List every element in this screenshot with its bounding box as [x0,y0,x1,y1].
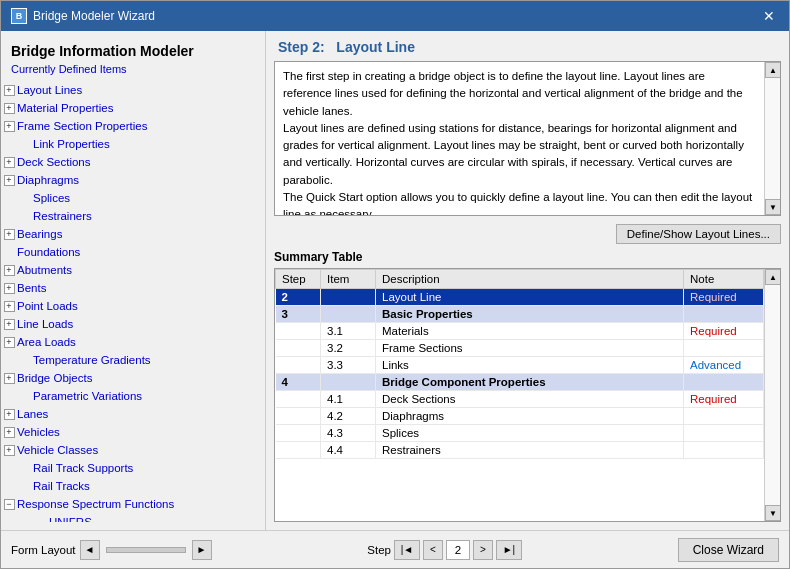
tree-item-frame-section-properties[interactable]: +Frame Section Properties [1,117,265,135]
tree-expander[interactable]: + [1,82,17,98]
tree-leaf-spacer [17,208,33,224]
tree-expander[interactable]: + [1,172,17,188]
tree-leaf-spacer [17,478,33,494]
expander-box: + [4,319,15,330]
tree-item-lanes[interactable]: +Lanes [1,405,265,423]
cell-step [276,340,321,357]
table-scroll-up-button[interactable]: ▲ [765,269,780,285]
expander-box: + [4,283,15,294]
tree-item-bridge-objects[interactable]: +Bridge Objects [1,369,265,387]
step-last-button[interactable]: ►| [496,540,522,560]
tree-expander[interactable]: + [1,100,17,116]
table-scroll-down-button[interactable]: ▼ [765,505,780,521]
table-row[interactable]: 4.3 Splices [276,425,764,442]
expander-box: + [4,103,15,114]
tree-item-parametric-variations[interactable]: Parametric Variations [1,387,265,405]
description-content: The first step in creating a bridge obje… [283,68,754,216]
header-note: Note [684,270,764,289]
tree-expander[interactable]: + [1,262,17,278]
cell-step [276,442,321,459]
tree-item-restrainers[interactable]: Restrainers [1,207,265,225]
table-row[interactable]: 3.2 Frame Sections [276,340,764,357]
step-next-button[interactable]: > [473,540,493,560]
tree-item-splices[interactable]: Splices [1,189,265,207]
tree-expander[interactable]: + [1,226,17,242]
table-row[interactable]: 4 Bridge Component Properties [276,374,764,391]
tree-item-label: Material Properties [17,102,114,114]
tree-expander[interactable]: − [1,496,17,512]
tree-item-deck-sections[interactable]: +Deck Sections [1,153,265,171]
tree-expander[interactable]: + [1,280,17,296]
tree-item-line-loads[interactable]: +Line Loads [1,315,265,333]
close-window-button[interactable]: ✕ [759,6,779,26]
panel-title: Bridge Information Modeler [1,39,265,61]
cell-note: Required [684,289,764,306]
tree-item-material-properties[interactable]: +Material Properties [1,99,265,117]
tree-item-rail-track-supports[interactable]: Rail Track Supports [1,459,265,477]
table-row[interactable]: 3 Basic Properties [276,306,764,323]
tree-item-point-loads[interactable]: +Point Loads [1,297,265,315]
form-layout-slider[interactable] [106,547,186,553]
close-wizard-button[interactable]: Close Wizard [678,538,779,562]
tree-item-temperature-gradients[interactable]: Temperature Gradients [1,351,265,369]
description-scrollbar: ▲ ▼ [764,62,780,215]
tree-item-label: Bridge Objects [17,372,92,384]
table-row[interactable]: 4.4 Restrainers [276,442,764,459]
tree-expander[interactable]: + [1,298,17,314]
table-body: 2 Layout Line Required 3 Basic Propertie… [276,289,764,459]
expander-box: + [4,445,15,456]
tree-item-vehicle-classes[interactable]: +Vehicle Classes [1,441,265,459]
table-row[interactable]: 2 Layout Line Required [276,289,764,306]
tree-expander[interactable]: + [1,154,17,170]
cell-note [684,442,764,459]
tree-item-diaphragms[interactable]: +Diaphragms [1,171,265,189]
tree-item-link-properties[interactable]: Link Properties [1,135,265,153]
step-input[interactable] [446,540,470,560]
expander-box: + [4,229,15,240]
scroll-up-button[interactable]: ▲ [765,62,781,78]
tree-item-vehicles[interactable]: +Vehicles [1,423,265,441]
tree-item-rail-tracks[interactable]: Rail Tracks [1,477,265,495]
cell-description: Splices [376,425,684,442]
tree-leaf-spacer [17,136,33,152]
table-header: Step Item Description Note [276,270,764,289]
tree-item-label: Vehicles [17,426,60,438]
cell-description: Frame Sections [376,340,684,357]
tree-expander[interactable]: + [1,334,17,350]
table-row[interactable]: 4.1 Deck Sections Required [276,391,764,408]
tree-item-abutments[interactable]: +Abutments [1,261,265,279]
form-prev-button[interactable]: ◄ [80,540,100,560]
header-step: Step [276,270,321,289]
define-show-layout-lines-button[interactable]: Define/Show Layout Lines... [616,224,781,244]
cell-step [276,323,321,340]
cell-description: Diaphragms [376,408,684,425]
tree-item-label: Frame Section Properties [17,120,147,132]
tree-item-bearings[interactable]: +Bearings [1,225,265,243]
tree-expander[interactable]: + [1,316,17,332]
tree-item-bents[interactable]: +Bents [1,279,265,297]
cell-item: 4.1 [321,391,376,408]
scroll-down-button[interactable]: ▼ [765,199,781,215]
table-row[interactable]: 3.1 Materials Required [276,323,764,340]
table-scroll-area[interactable]: Step Item Description Note 2 Layout Line… [275,269,764,521]
tree-expander[interactable]: + [1,424,17,440]
cell-note: Advanced [684,357,764,374]
tree-item-foundations[interactable]: Foundations [1,243,265,261]
tree-item-label: Rail Tracks [33,480,90,492]
cell-description: Materials [376,323,684,340]
step-prev-button[interactable]: < [423,540,443,560]
tree-item-label: Vehicle Classes [17,444,98,456]
tree-item-response-spectrum-functions[interactable]: −Response Spectrum Functions [1,495,265,513]
table-row[interactable]: 3.3 Links Advanced [276,357,764,374]
tree-expander[interactable]: + [1,370,17,386]
form-next-button[interactable]: ► [192,540,212,560]
step-first-button[interactable]: |◄ [394,540,420,560]
tree-item-layout-lines[interactable]: +Layout Lines [1,81,265,99]
tree-expander[interactable]: + [1,442,17,458]
table-row[interactable]: 4.2 Diaphragms [276,408,764,425]
cell-item: 4.4 [321,442,376,459]
tree-item-area-loads[interactable]: +Area Loads [1,333,265,351]
tree-item-unifrs[interactable]: UNIFRS [1,513,265,522]
tree-expander[interactable]: + [1,406,17,422]
tree-expander[interactable]: + [1,118,17,134]
